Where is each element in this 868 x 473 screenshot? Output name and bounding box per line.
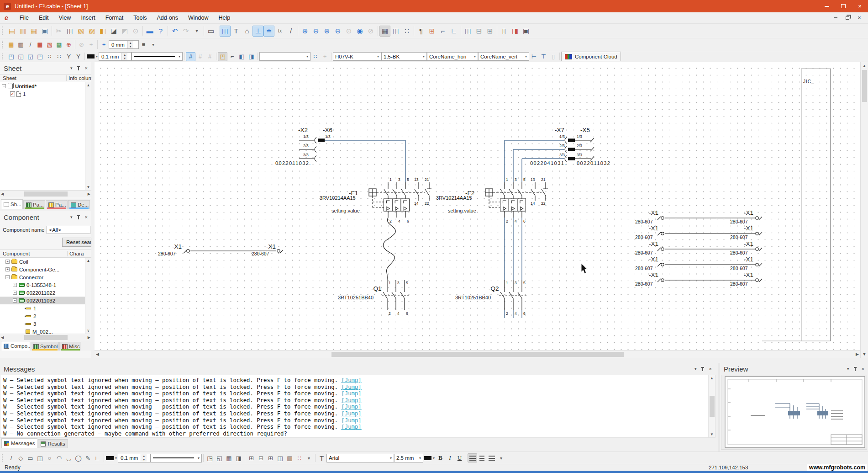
polygon-mode-toggle[interactable]: ⌂	[242, 26, 253, 37]
wire-y2-button[interactable]: Y	[74, 52, 83, 61]
place-chain-button[interactable]: ◳	[35, 52, 45, 61]
part-label-x2[interactable]: 0022011032.	[275, 160, 311, 166]
spin-up-icon[interactable]: ▲	[128, 41, 133, 45]
scroll-up-icon[interactable]: ▲	[710, 376, 714, 380]
snap-toggle[interactable]: ∷	[401, 26, 412, 37]
signal-combo[interactable]: ▾	[259, 52, 310, 61]
help-button[interactable]: ?	[155, 26, 166, 37]
part-label-f1[interactable]: 3RV10214AA15	[320, 195, 356, 201]
sheet-tree-scrollbar[interactable]: ▲ ▼	[85, 82, 91, 190]
open-project-button[interactable]: ▦	[28, 26, 39, 37]
pen-button[interactable]: /	[285, 26, 296, 37]
select-area-button[interactable]: ▭	[205, 26, 216, 37]
open-sheet-button[interactable]: ▥	[17, 26, 28, 37]
menu-file[interactable]: File	[15, 13, 34, 23]
line-width-spinner[interactable]: 0.1 mm ▲▼	[99, 52, 132, 61]
panel-pin-icon[interactable]	[853, 367, 857, 371]
wire-f1-q1-sketch[interactable]	[383, 218, 395, 280]
menu-help[interactable]: Help	[213, 13, 235, 23]
panel-close-icon[interactable]: ×	[862, 366, 864, 372]
target-button[interactable]: ⊕	[64, 40, 74, 49]
collapse-toggle-icon[interactable]: −	[5, 275, 10, 279]
pin-pair-button[interactable]: ∷	[54, 52, 64, 61]
tab-panel-green[interactable]: Pa...	[23, 200, 45, 209]
column-info[interactable]: Info column	[67, 75, 91, 81]
node-a-button[interactable]: ∷	[310, 52, 320, 61]
label-x1[interactable]: -X1	[649, 271, 658, 278]
label-x1[interactable]: -X1	[744, 209, 753, 216]
connector-x2-x6[interactable]	[299, 138, 325, 162]
spin-down-icon[interactable]: ▼	[128, 45, 133, 48]
panel-close-icon[interactable]: ×	[85, 65, 88, 71]
toggle-d-button[interactable]: ◨	[247, 52, 256, 61]
expand-toggle-icon[interactable]: +	[13, 291, 17, 295]
bus-button[interactable]: ⊤	[539, 52, 548, 61]
component-name-combo[interactable]: <All>	[47, 226, 90, 234]
save-button[interactable]: ▣	[39, 26, 50, 37]
panel-pin-icon[interactable]	[77, 66, 81, 70]
menu-view[interactable]: View	[54, 13, 76, 23]
snap-b-button[interactable]: ◱	[215, 453, 224, 462]
panel-button[interactable]: ▯	[548, 52, 558, 61]
menu-format[interactable]: Format	[100, 13, 129, 23]
panel-menu-icon[interactable]: ▾	[70, 215, 73, 219]
menu-window[interactable]: Window	[183, 13, 213, 23]
menu-edit[interactable]: Edit	[34, 13, 54, 23]
new-sheet2-button[interactable]: ▤	[6, 40, 16, 49]
note-label-f2[interactable]: setting value	[448, 208, 476, 213]
label-x1[interactable]: -X1	[266, 243, 276, 250]
label-x7[interactable]: -X7	[555, 127, 564, 133]
toolbar-grip[interactable]	[2, 27, 5, 35]
snap-a-button[interactable]: ◳	[205, 453, 215, 462]
connect-node-button[interactable]: ∟	[448, 26, 459, 37]
reset-search-button[interactable]: Reset search	[62, 238, 91, 247]
font-combo[interactable]: Arial ▾	[326, 454, 394, 462]
tx-mode-toggle[interactable]: tx	[274, 26, 285, 37]
panel-menu-icon[interactable]: ▾	[847, 367, 849, 371]
ladder-mode-toggle[interactable]: ≐	[263, 26, 274, 37]
tree-item-pin-1[interactable]: 1	[0, 304, 91, 312]
scroll-down-icon[interactable]: ∨	[87, 329, 90, 333]
pan-button[interactable]: ⊘	[365, 26, 376, 37]
scroll-down-icon[interactable]: ▼	[863, 352, 867, 356]
group-dropdown[interactable]: ▾	[304, 453, 314, 462]
mdi-minimize-button[interactable]	[830, 14, 842, 22]
scroll-up-icon[interactable]: ▲	[87, 259, 90, 263]
preview-thumbnail[interactable]	[721, 375, 867, 450]
label-x1[interactable]: -X1	[744, 225, 753, 232]
expand-toggle-icon[interactable]: +	[13, 283, 17, 287]
label-x1[interactable]: -X1	[172, 243, 182, 250]
panel-pin-icon[interactable]	[77, 215, 81, 219]
draw-arc2-button[interactable]: ◡	[64, 453, 74, 462]
label-x2[interactable]: -X2	[298, 127, 308, 133]
align-right-button[interactable]	[487, 453, 496, 462]
tile-horizontal-button[interactable]: ⊟	[473, 26, 484, 37]
zoom-plus-button[interactable]: ⊕	[321, 26, 332, 37]
jump-link[interactable]: [Jump]	[341, 404, 361, 410]
draw-pencil-button[interactable]: ✎	[83, 453, 93, 462]
list-button[interactable]: ≡	[139, 40, 148, 49]
undo-button[interactable]: ↶	[169, 26, 180, 37]
core-name-hori-combo[interactable]: CoreName_hori ▾	[427, 52, 478, 61]
toolbar-grip[interactable]	[2, 41, 5, 48]
scroll-left-icon[interactable]: ◀	[1, 192, 4, 196]
window-a-button[interactable]: ▯	[499, 26, 510, 37]
menu-tools[interactable]: Tools	[128, 13, 152, 23]
label-x1[interactable]: -X1	[744, 271, 753, 278]
wire-type-combo[interactable]: H07V-K ▾	[333, 52, 381, 61]
component-f2[interactable]	[485, 182, 548, 218]
component-f1[interactable]	[369, 182, 431, 218]
draw-line-width-spinner[interactable]: 0.1 mm ▲▼	[118, 454, 151, 462]
tree-item-connector[interactable]: − Connector	[0, 273, 91, 281]
spin-down-icon[interactable]: ▼	[122, 57, 127, 60]
jump-link[interactable]: [Jump]	[341, 397, 361, 404]
label-x1[interactable]: -X1	[649, 225, 658, 232]
part-label-x5[interactable]: 0022011032	[577, 160, 610, 166]
tree-item-0-1355348-1[interactable]: + 0-1355348-1	[0, 281, 91, 289]
jump-link[interactable]: [Jump]	[341, 390, 361, 397]
align-dropdown[interactable]: ▾	[496, 453, 506, 462]
scroll-thumb[interactable]	[24, 335, 68, 340]
align-left-button[interactable]	[468, 453, 477, 462]
spin-down-icon[interactable]: ▼	[141, 458, 147, 462]
brush-button[interactable]: ◪	[108, 26, 119, 37]
